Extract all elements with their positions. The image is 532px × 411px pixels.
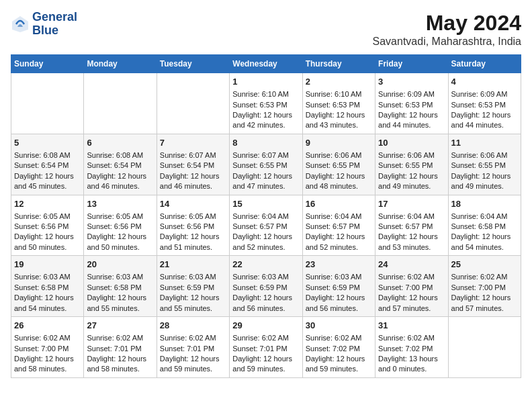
day-info: Sunset: 6:55 PM (451, 161, 518, 171)
calendar-week-row: 12Sunrise: 6:05 AMSunset: 6:56 PMDayligh… (11, 195, 521, 256)
day-info: Sunset: 7:00 PM (451, 283, 518, 293)
logo-icon (11, 15, 30, 34)
day-number: 14 (160, 198, 226, 210)
day-number: 13 (87, 198, 153, 210)
calendar-cell: 31Sunrise: 6:02 AMSunset: 7:02 PMDayligh… (375, 317, 448, 378)
day-info: Sunrise: 6:10 AM (232, 89, 299, 99)
day-info: Sunset: 6:59 PM (306, 283, 372, 293)
weekday-header: Monday (84, 55, 157, 73)
day-number: 6 (87, 137, 153, 149)
calendar-cell: 16Sunrise: 6:04 AMSunset: 6:57 PMDayligh… (302, 195, 375, 256)
calendar-cell: 4Sunrise: 6:09 AMSunset: 6:53 PMDaylight… (448, 73, 521, 134)
day-info: Sunrise: 6:02 AM (378, 333, 445, 343)
calendar-cell: 21Sunrise: 6:03 AMSunset: 6:59 PMDayligh… (157, 256, 229, 317)
day-number: 31 (378, 320, 445, 332)
day-info: Daylight: 12 hours and 59 minutes. (160, 354, 226, 375)
day-info: Sunrise: 6:07 AM (160, 150, 226, 161)
calendar-cell: 15Sunrise: 6:04 AMSunset: 6:57 PMDayligh… (230, 195, 302, 256)
day-info: Sunset: 7:01 PM (87, 344, 153, 354)
day-info: Daylight: 12 hours and 58 minutes. (14, 354, 81, 375)
day-info: Sunrise: 6:02 AM (160, 333, 226, 343)
calendar-cell: 6Sunrise: 6:08 AMSunset: 6:54 PMDaylight… (84, 134, 157, 195)
day-info: Sunrise: 6:02 AM (87, 333, 153, 343)
day-info: Daylight: 12 hours and 46 minutes. (87, 171, 153, 192)
day-number: 24 (378, 259, 445, 271)
day-info: Daylight: 12 hours and 54 minutes. (14, 293, 81, 314)
day-info: Sunset: 6:57 PM (306, 222, 372, 232)
day-number: 17 (378, 198, 445, 210)
calendar-cell: 8Sunrise: 6:07 AMSunset: 6:55 PMDaylight… (230, 134, 302, 195)
calendar-cell: 11Sunrise: 6:06 AMSunset: 6:55 PMDayligh… (448, 134, 521, 195)
day-info: Daylight: 12 hours and 53 minutes. (378, 232, 445, 253)
logo-text: General Blue (32, 11, 77, 38)
day-info: Sunset: 6:56 PM (14, 222, 81, 232)
day-info: Daylight: 12 hours and 58 minutes. (87, 354, 153, 375)
day-info: Daylight: 12 hours and 57 minutes. (378, 293, 445, 314)
calendar-cell: 18Sunrise: 6:04 AMSunset: 6:58 PMDayligh… (448, 195, 521, 256)
calendar-cell: 13Sunrise: 6:05 AMSunset: 6:56 PMDayligh… (84, 195, 157, 256)
day-info: Sunrise: 6:06 AM (306, 150, 372, 161)
day-info: Daylight: 12 hours and 45 minutes. (14, 171, 81, 192)
day-info: Sunrise: 6:03 AM (232, 272, 299, 282)
day-info: Daylight: 12 hours and 44 minutes. (451, 110, 518, 131)
day-number: 27 (87, 320, 153, 332)
calendar-cell: 30Sunrise: 6:02 AMSunset: 7:02 PMDayligh… (302, 317, 375, 378)
weekday-header: Thursday (302, 55, 375, 73)
calendar-cell: 25Sunrise: 6:02 AMSunset: 7:00 PMDayligh… (448, 256, 521, 317)
calendar-cell: 20Sunrise: 6:03 AMSunset: 6:58 PMDayligh… (84, 256, 157, 317)
day-info: Sunrise: 6:07 AM (232, 150, 299, 161)
day-number: 2 (306, 76, 372, 88)
calendar-cell: 14Sunrise: 6:05 AMSunset: 6:56 PMDayligh… (157, 195, 229, 256)
day-info: Sunset: 6:55 PM (378, 161, 445, 171)
day-number: 23 (306, 259, 372, 271)
calendar-cell: 5Sunrise: 6:08 AMSunset: 6:54 PMDaylight… (11, 134, 84, 195)
calendar-cell (448, 317, 521, 378)
day-info: Daylight: 12 hours and 59 minutes. (232, 354, 299, 375)
day-info: Sunrise: 6:09 AM (451, 89, 518, 99)
calendar-cell: 29Sunrise: 6:02 AMSunset: 7:01 PMDayligh… (230, 317, 302, 378)
day-info: Sunrise: 6:03 AM (87, 272, 153, 282)
day-info: Sunset: 6:59 PM (160, 283, 226, 293)
day-info: Sunset: 6:58 PM (451, 222, 518, 232)
day-number: 18 (451, 198, 518, 210)
day-info: Sunrise: 6:04 AM (306, 212, 372, 222)
day-info: Sunrise: 6:03 AM (160, 272, 226, 282)
weekday-header: Saturday (448, 55, 521, 73)
calendar-cell: 2Sunrise: 6:10 AMSunset: 6:53 PMDaylight… (302, 73, 375, 134)
day-info: Daylight: 12 hours and 56 minutes. (232, 293, 299, 314)
day-info: Sunrise: 6:02 AM (306, 333, 372, 343)
day-info: Sunrise: 6:02 AM (451, 272, 518, 282)
calendar-week-row: 19Sunrise: 6:03 AMSunset: 6:58 PMDayligh… (11, 256, 521, 317)
day-info: Sunrise: 6:08 AM (87, 150, 153, 161)
day-info: Daylight: 12 hours and 52 minutes. (232, 232, 299, 253)
day-info: Sunrise: 6:02 AM (14, 333, 81, 343)
calendar-header-row: SundayMondayTuesdayWednesdayThursdayFrid… (11, 55, 521, 73)
calendar-cell: 23Sunrise: 6:03 AMSunset: 6:59 PMDayligh… (302, 256, 375, 317)
calendar-cell: 17Sunrise: 6:04 AMSunset: 6:57 PMDayligh… (375, 195, 448, 256)
day-info: Daylight: 12 hours and 55 minutes. (87, 293, 153, 314)
day-info: Sunrise: 6:10 AM (306, 89, 372, 99)
day-number: 12 (14, 198, 81, 210)
day-info: Sunset: 6:57 PM (378, 222, 445, 232)
weekday-header: Friday (375, 55, 448, 73)
day-number: 4 (451, 76, 518, 88)
page-header: General Blue May 2024 Savantvadi, Mahara… (11, 11, 521, 48)
calendar-cell: 12Sunrise: 6:05 AMSunset: 6:56 PMDayligh… (11, 195, 84, 256)
day-info: Sunset: 6:58 PM (87, 283, 153, 293)
calendar-cell (11, 73, 84, 134)
calendar-cell: 24Sunrise: 6:02 AMSunset: 7:00 PMDayligh… (375, 256, 448, 317)
day-info: Sunset: 7:00 PM (14, 344, 81, 354)
day-info: Sunset: 7:00 PM (378, 283, 445, 293)
day-number: 19 (14, 259, 81, 271)
calendar-cell: 19Sunrise: 6:03 AMSunset: 6:58 PMDayligh… (11, 256, 84, 317)
calendar-cell: 3Sunrise: 6:09 AMSunset: 6:53 PMDaylight… (375, 73, 448, 134)
day-number: 29 (232, 320, 299, 332)
day-info: Sunset: 6:53 PM (232, 100, 299, 110)
day-number: 9 (306, 137, 372, 149)
page-subtitle: Savantvadi, Maharashtra, India (373, 36, 521, 48)
day-info: Sunset: 6:54 PM (87, 161, 153, 171)
day-info: Daylight: 12 hours and 49 minutes. (451, 171, 518, 192)
day-number: 11 (451, 137, 518, 149)
day-info: Sunset: 7:02 PM (378, 344, 445, 354)
day-info: Daylight: 12 hours and 56 minutes. (306, 293, 372, 314)
